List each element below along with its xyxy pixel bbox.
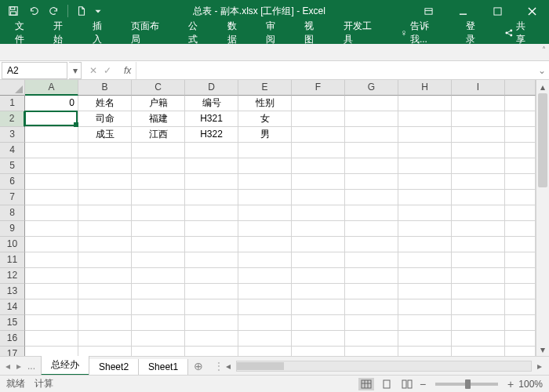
tab-view[interactable]: 视图 <box>294 22 333 44</box>
row-header[interactable]: 13 <box>0 284 25 299</box>
cell[interactable] <box>185 252 238 268</box>
cell[interactable] <box>452 237 505 252</box>
cell[interactable] <box>398 315 452 331</box>
cell[interactable] <box>185 237 238 252</box>
horizontal-scrollbar[interactable]: ⋮ ◂ ▸ <box>209 361 549 372</box>
name-box-dropdown-icon[interactable]: ▾ <box>69 62 82 79</box>
cell[interactable]: 男 <box>238 127 292 143</box>
cell[interactable] <box>292 190 345 205</box>
cell[interactable] <box>345 221 398 237</box>
cell[interactable] <box>78 268 132 284</box>
row-header[interactable]: 12 <box>0 268 25 284</box>
row-header[interactable]: 7 <box>0 190 25 205</box>
zoom-thumb[interactable] <box>465 379 471 389</box>
cell[interactable] <box>398 299 452 315</box>
cell[interactable] <box>185 158 238 174</box>
cell[interactable] <box>345 268 398 284</box>
cell[interactable] <box>78 284 132 299</box>
cell[interactable] <box>132 252 185 268</box>
cell[interactable] <box>345 284 398 299</box>
cell[interactable] <box>238 190 292 205</box>
cell[interactable] <box>25 331 78 347</box>
row-header[interactable]: 5 <box>0 158 25 174</box>
cell[interactable] <box>78 190 132 205</box>
cell[interactable] <box>398 268 452 284</box>
hsplit-icon[interactable]: ⋮ <box>214 361 224 372</box>
cell[interactable]: 司命 <box>78 111 132 127</box>
col-header[interactable]: F <box>292 80 345 96</box>
cell[interactable] <box>132 158 185 174</box>
cell[interactable] <box>292 143 345 158</box>
sheet-tab-3[interactable]: Sheet1 <box>138 359 188 376</box>
tab-dev[interactable]: 开发工具 <box>333 22 391 44</box>
cell[interactable]: 成玉 <box>78 127 132 143</box>
cell[interactable]: H321 <box>185 111 238 127</box>
hscroll-right-icon[interactable]: ▸ <box>535 361 544 372</box>
cell[interactable] <box>398 111 452 127</box>
col-header[interactable]: H <box>398 80 452 96</box>
cell[interactable] <box>25 252 78 268</box>
cell[interactable] <box>132 331 185 347</box>
cell[interactable]: 编号 <box>185 96 238 111</box>
cell[interactable] <box>292 221 345 237</box>
cell[interactable] <box>185 221 238 237</box>
sheet-prev-icon[interactable]: ◂ <box>3 359 13 373</box>
cell[interactable] <box>78 205 132 221</box>
cell[interactable] <box>452 347 505 356</box>
cell[interactable] <box>185 190 238 205</box>
cell[interactable] <box>185 143 238 158</box>
formula-input[interactable] <box>136 62 535 79</box>
cell[interactable] <box>132 221 185 237</box>
cell[interactable] <box>292 205 345 221</box>
cell[interactable] <box>185 299 238 315</box>
cell[interactable] <box>452 111 505 127</box>
cell[interactable] <box>238 268 292 284</box>
tab-insert[interactable]: 插入 <box>82 22 121 44</box>
cell[interactable] <box>78 221 132 237</box>
chevron-up-icon[interactable]: ˄ <box>542 45 546 54</box>
row-header[interactable]: 1 <box>0 96 25 111</box>
cell[interactable] <box>25 315 78 331</box>
cell[interactable] <box>238 174 292 190</box>
cell[interactable] <box>452 315 505 331</box>
tab-home[interactable]: 开始 <box>43 22 82 44</box>
cell[interactable] <box>78 299 132 315</box>
cell[interactable] <box>78 252 132 268</box>
cell[interactable] <box>132 174 185 190</box>
cell[interactable]: 性别 <box>238 96 292 111</box>
cell[interactable] <box>25 347 78 356</box>
select-all-corner[interactable] <box>0 80 25 96</box>
cell[interactable] <box>132 299 185 315</box>
cell[interactable] <box>25 221 78 237</box>
cell[interactable]: H322 <box>185 127 238 143</box>
cell[interactable] <box>132 190 185 205</box>
cell[interactable] <box>25 190 78 205</box>
cell[interactable] <box>292 299 345 315</box>
cell[interactable] <box>238 347 292 356</box>
cell[interactable] <box>185 284 238 299</box>
cell[interactable] <box>185 205 238 221</box>
cell[interactable] <box>345 252 398 268</box>
sheet-tab-2[interactable]: Sheet2 <box>89 359 139 376</box>
cell[interactable] <box>78 174 132 190</box>
cell[interactable] <box>238 158 292 174</box>
cell[interactable] <box>292 331 345 347</box>
cell[interactable] <box>398 347 452 356</box>
tab-data[interactable]: 数据 <box>217 22 256 44</box>
cell[interactable] <box>345 237 398 252</box>
row-header[interactable]: 6 <box>0 174 25 190</box>
new-file-icon[interactable] <box>73 2 90 20</box>
col-header[interactable]: I <box>452 80 505 96</box>
col-header[interactable]: A <box>25 80 78 96</box>
cell[interactable] <box>185 315 238 331</box>
row-header[interactable]: 16 <box>0 331 25 347</box>
cell[interactable] <box>345 143 398 158</box>
cell[interactable] <box>292 252 345 268</box>
cell[interactable] <box>345 205 398 221</box>
view-page-break-icon[interactable] <box>399 378 415 390</box>
cell[interactable] <box>132 237 185 252</box>
scroll-thumb[interactable] <box>538 93 547 187</box>
cell[interactable] <box>25 143 78 158</box>
save-icon[interactable] <box>5 2 22 20</box>
row-header[interactable]: 8 <box>0 205 25 221</box>
